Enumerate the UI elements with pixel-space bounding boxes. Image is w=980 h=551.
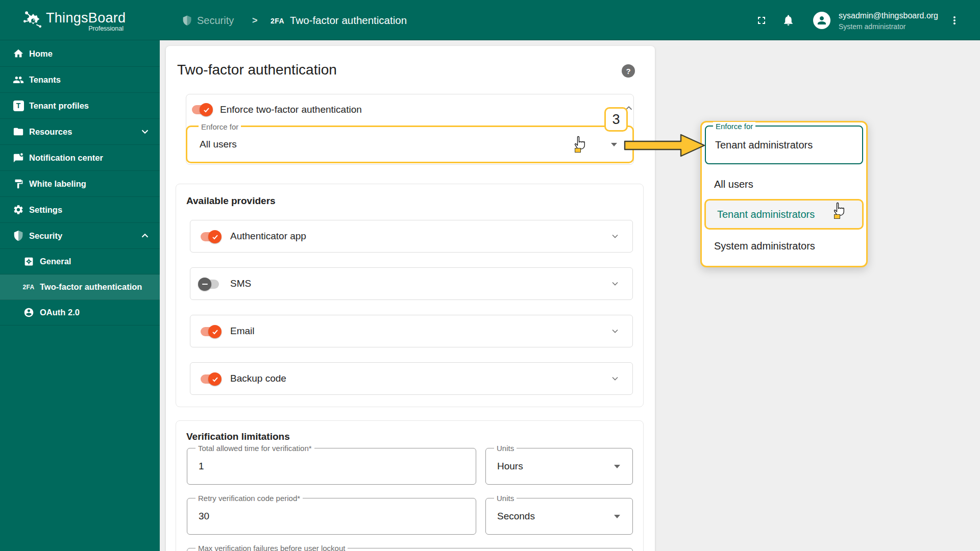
user-email: sysadmin@thingsboard.org [839,11,938,20]
total-allowed-time-field[interactable]: Total allowed time for verification* 1 [187,448,476,485]
sidebar-nav: Home Tenants T Tenant profiles Resources… [0,40,160,551]
enforce-for-dropdown-overlay: Enforce for Tenant administrators All us… [700,121,868,267]
breadcrumb-parent[interactable]: Security [197,15,234,27]
more-vert-icon[interactable] [948,14,961,29]
retry-period-field[interactable]: Retry verification code period* 30 [187,498,476,535]
step-badge: 3 [604,107,628,132]
settings-gear-icon [13,204,24,215]
option-system-administrators[interactable]: System administrators [702,233,866,259]
logo-title: ThingsBoard [46,10,126,26]
provider-row-backup-code[interactable]: Backup code [190,362,633,395]
enforce-2fa-toggle[interactable] [191,103,211,116]
annotation-arrow [624,132,706,159]
sidebar-item-label: Security [29,231,62,241]
field-label: Total allowed time for verification* [195,444,314,453]
field-value: 30 [199,511,209,522]
cursor-hand-icon [832,202,845,219]
general-settings-icon [23,256,34,267]
sidebar-item-resources[interactable]: Resources [0,119,160,145]
select-caret-icon [614,465,620,468]
sidebar-item-security[interactable]: Security [0,223,160,249]
sidebar-item-white-labeling[interactable]: White labeling [0,171,160,197]
sidebar-item-two-factor-authentication[interactable]: 2FA Two-factor authentication [0,274,160,300]
backup-code-toggle[interactable] [200,372,220,386]
overlay-field-value: Tenant administrators [715,139,813,151]
sidebar-item-label: Two-factor authentication [40,282,142,292]
chevron-down-icon[interactable] [610,326,620,338]
option-all-users[interactable]: All users [702,171,866,197]
sidebar-item-label: OAuth 2.0 [40,308,80,317]
user-info[interactable]: sysadmin@thingsboard.org System administ… [839,11,938,31]
providers-heading: Available providers [186,195,276,207]
user-role: System administrator [839,22,938,31]
breadcrumb-2fa-icon: 2FA [271,17,284,25]
retry-period-units-select[interactable]: Units Seconds [485,498,633,535]
minus-icon [198,278,211,291]
enforce-for-value: All users [200,139,237,150]
tenant-profiles-icon: T [13,100,24,111]
provider-label: Authenticator app [230,231,306,242]
sidebar-item-label: Home [29,49,53,59]
sidebar-item-settings[interactable]: Settings [0,197,160,223]
sidebar-item-tenant-profiles[interactable]: T Tenant profiles [0,93,160,119]
sidebar-item-home[interactable]: Home [0,41,160,67]
help-icon[interactable]: ? [622,64,635,78]
field-value: 1 [199,461,204,472]
overlay-enforce-for-field[interactable]: Enforce for Tenant administrators [705,126,863,164]
field-value: Hours [497,461,523,472]
email-toggle[interactable] [200,325,220,338]
verification-heading: Verification limitations [186,431,290,442]
check-icon [200,103,213,116]
field-label: Retry verification code period* [195,494,303,503]
check-icon [208,230,222,243]
sidebar-item-label: Tenants [29,75,61,85]
chevron-down-icon[interactable] [610,373,620,386]
check-icon [208,372,222,386]
twofa-icon: 2FA [23,282,34,293]
cursor-hand-icon [573,136,586,153]
fullscreen-icon[interactable] [755,14,768,29]
thingsboard-logo[interactable] [21,8,44,34]
notification-center-icon [13,152,24,163]
tenants-icon [13,74,24,85]
logo-subtitle: Professional [46,25,124,32]
provider-label: Backup code [230,373,286,384]
oauth-account-icon [23,307,34,318]
sidebar-item-label: Resources [29,127,72,137]
thingsboard-app: ThingsBoard Professional Security > 2FA … [0,0,980,551]
click-indicator [834,214,840,219]
provider-row-authenticator-app[interactable]: Authenticator app [190,220,633,253]
sidebar-item-oauth[interactable]: OAuth 2.0 [0,300,160,325]
field-label: Max verification failures before user lo… [195,544,348,551]
sidebar-item-notification-center[interactable]: Notification center [0,145,160,171]
enforce-2fa-label: Enforce two-factor authentication [220,104,362,115]
overlay-field-label: Enforce for [713,122,755,131]
person-icon [816,14,828,27]
max-failures-field[interactable]: Max verification failures before user lo… [187,548,633,551]
provider-label: Email [230,325,255,337]
user-avatar[interactable] [813,12,830,29]
provider-row-sms[interactable]: SMS [190,267,633,300]
total-time-units-select[interactable]: Units Hours [485,448,633,485]
notifications-bell-icon[interactable] [782,14,795,29]
provider-row-email[interactable]: Email [190,315,633,347]
sidebar-item-tenants[interactable]: Tenants [0,67,160,93]
breadcrumb-separator: > [252,15,258,26]
breadcrumb-shield-icon [182,14,192,29]
authenticator-app-toggle[interactable] [200,230,220,243]
select-caret-icon [614,515,620,518]
chevron-down-icon[interactable] [610,231,620,243]
field-label: Units [494,494,517,503]
breadcrumb-current: Two-factor authentication [290,14,407,27]
security-shield-icon [13,230,24,241]
sidebar-item-label: Settings [29,205,62,215]
chevron-up-icon [139,230,151,241]
folder-icon [13,126,24,137]
chevron-down-icon[interactable] [610,279,620,291]
sidebar-item-general[interactable]: General [0,249,160,274]
select-caret-icon [611,143,617,146]
enforce-for-select[interactable]: Enforce for All users [186,126,634,163]
available-providers-card: Available providers Authenticator app SM… [176,184,644,407]
sms-toggle[interactable] [200,278,220,291]
click-indicator [575,148,581,153]
